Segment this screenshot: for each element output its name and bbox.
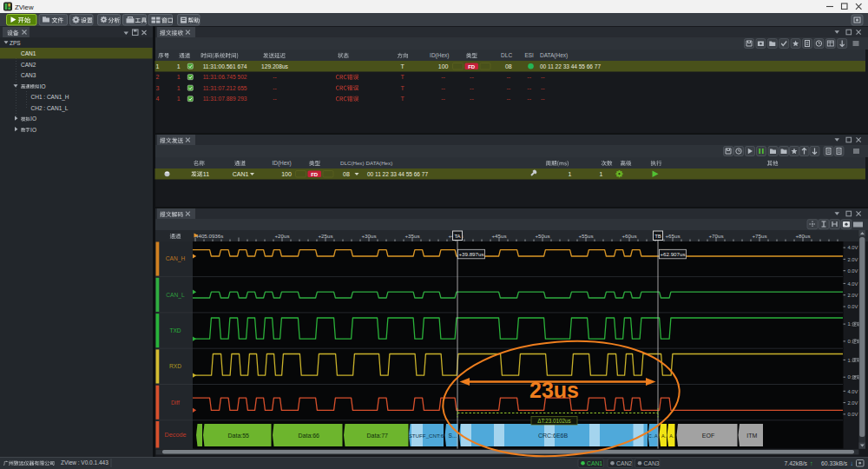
svg-text:ZView: ZView [15,3,34,11]
svg-text:CH2 : CAN1_L: CH2 : CAN1_L [31,105,69,112]
svg-text:CAN3: CAN3 [21,72,36,78]
svg-text:--: -- [506,85,510,91]
svg-text:+39.897us: +39.897us [458,251,483,257]
svg-text:+62.907us: +62.907us [660,251,685,257]
svg-text:1: 1 [177,85,181,91]
svg-text:RXD: RXD [169,363,181,369]
svg-text:--: -- [273,85,276,91]
svg-text:IO: IO [30,127,36,133]
svg-text:CRC:6E6B: CRC:6E6B [538,433,569,439]
svg-text:3: 3 [156,85,160,91]
svg-text:1: 1 [569,171,572,177]
svg-text:--: -- [273,96,276,102]
svg-text:--: -- [470,96,474,102]
svg-text:08: 08 [343,171,350,177]
svg-text:Data:55: Data:55 [227,433,249,439]
svg-text:1:: 1: [848,358,852,363]
svg-text:23us: 23us [529,378,579,402]
svg-text:1:: 1: [848,321,852,327]
svg-text:--: -- [527,74,531,80]
svg-text:Data:66: Data:66 [298,433,319,439]
svg-text:TXD: TXD [169,327,181,334]
svg-text:1: 1 [600,171,603,177]
svg-text:Diff: Diff [171,400,180,406]
svg-text:2.0V: 2.0V [848,400,858,406]
svg-text:--: -- [541,74,545,80]
svg-text:--: -- [527,96,531,102]
svg-text:00 11 22 33 44 55 66 77: 00 11 22 33 44 55 66 77 [367,171,428,177]
svg-text:CAN_H: CAN_H [166,255,186,262]
svg-text:ΔT:23.0102us: ΔT:23.0102us [537,418,571,424]
svg-text:CAN2: CAN2 [616,460,632,466]
svg-text:1: 1 [156,63,160,69]
svg-text:CAN1: CAN1 [233,171,249,177]
svg-text:EOF: EOF [702,433,714,439]
svg-text:TB: TB [654,234,661,239]
svg-text:11:31:07.212 655: 11:31:07.212 655 [203,85,247,91]
svg-text:2.0V: 2.0V [848,293,858,298]
svg-text:DLC: DLC [501,52,512,58]
svg-text:2: 2 [156,74,160,80]
svg-text:100: 100 [438,63,449,69]
svg-text:--: -- [506,74,510,80]
svg-text:11: 11 [203,171,209,177]
svg-text:60.33kB/s: 60.33kB/s [821,460,848,466]
svg-text:4.0V: 4.0V [848,389,858,394]
svg-text:CH1 : CAN1_H: CH1 : CAN1_H [31,94,69,101]
svg-text:08: 08 [505,63,512,69]
svg-text:1: 1 [177,63,181,69]
svg-text:IO: IO [40,83,46,89]
svg-text:T: T [401,96,405,102]
svg-text:Decode: Decode [165,431,187,439]
svg-text:100: 100 [281,171,292,177]
svg-text:FD: FD [468,64,476,69]
svg-text:4.0V: 4.0V [848,245,858,250]
svg-text:--: -- [541,96,545,102]
svg-text:4.0V: 4.0V [848,281,858,287]
svg-text:2.0V: 2.0V [848,257,858,262]
svg-text:STUFF_CNT:6: STUFF_CNT:6 [409,433,444,439]
svg-text:ID(Hex): ID(Hex) [430,52,449,59]
svg-text:0:: 0: [848,374,852,380]
svg-text:--: -- [441,74,445,80]
svg-text:0.0V: 0.0V [848,412,858,417]
svg-text:--: -- [470,74,474,80]
svg-text:T: T [401,85,405,91]
svg-text:ITM: ITM [746,433,757,439]
svg-text:CAN1: CAN1 [21,50,36,56]
svg-text:7.42kB/s: 7.42kB/s [785,460,808,466]
svg-text:↓: ↓ [851,459,854,467]
svg-text:0:: 0: [848,339,852,344]
svg-text:ID(Hex): ID(Hex) [272,160,291,167]
svg-text:0.0V: 0.0V [848,268,858,274]
svg-text:--: -- [441,85,445,91]
svg-text:IO: IO [30,116,36,122]
svg-text:--: -- [273,74,276,80]
svg-text:DATA(Hex): DATA(Hex) [540,52,568,59]
svg-text:FD: FD [311,172,319,177]
svg-text:TA: TA [454,234,460,239]
svg-text:--: -- [506,96,510,102]
svg-text:CAN2: CAN2 [21,62,36,68]
svg-text:T: T [401,74,405,80]
svg-text:1: 1 [177,74,181,80]
svg-text:00 11 22 33 44 55 66 77: 00 11 22 33 44 55 66 77 [540,63,601,69]
svg-text:DATA(Hex): DATA(Hex) [366,160,393,166]
svg-text:--: -- [470,85,474,91]
svg-text:Data:77: Data:77 [366,433,388,439]
svg-text:↑: ↑ [810,459,813,467]
svg-text:CAN_L: CAN_L [166,292,185,299]
svg-text:A..: A.. [661,433,667,439]
svg-text:1: 1 [177,96,181,102]
svg-text:4: 4 [156,96,160,102]
svg-text:11:31:06.745 502: 11:31:06.745 502 [203,74,247,80]
svg-text:--: -- [541,85,545,91]
svg-text:ZView : V0.0.1.443: ZView : V0.0.1.443 [61,459,108,466]
svg-text:CAN1: CAN1 [587,460,602,466]
svg-text:--: -- [527,85,531,91]
svg-text:DLC(Hex): DLC(Hex) [340,160,365,166]
svg-text:C..A..: C..A.. [648,433,661,439]
svg-text:--: -- [441,96,445,102]
svg-text:11:31:00.561 674: 11:31:00.561 674 [203,63,247,69]
svg-text:CAN3: CAN3 [644,460,660,466]
